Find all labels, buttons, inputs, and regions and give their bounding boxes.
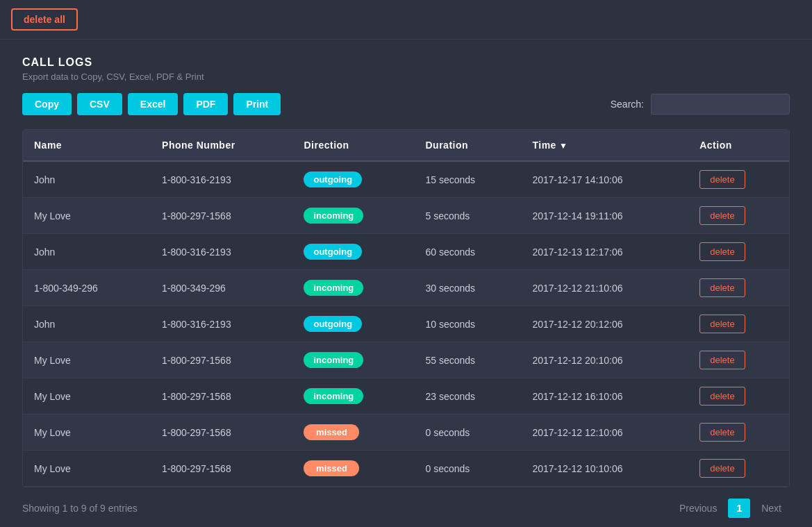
table-row: My Love1-800-297-1568incoming23 seconds2… [23, 378, 789, 415]
cell-direction: missed [292, 451, 414, 487]
cell-duration: 23 seconds [415, 378, 522, 415]
cell-action: delete [688, 378, 789, 415]
cell-name: John [23, 161, 151, 198]
toolbar: CopyCSVExcelPDFPrint Search: [22, 93, 790, 115]
cell-direction: incoming [292, 198, 414, 234]
cell-phone: 1-800-297-1568 [151, 378, 292, 415]
delete-row-button[interactable]: delete [699, 206, 745, 225]
cell-time: 2017-12-13 12:17:06 [521, 234, 688, 270]
cell-phone: 1-800-316-2193 [151, 306, 292, 342]
delete-row-button[interactable]: delete [699, 459, 745, 478]
previous-page-button[interactable]: Previous [671, 499, 725, 518]
pagination-controls: Previous 1 Next [671, 499, 790, 518]
cell-name: John [23, 234, 151, 270]
current-page-button[interactable]: 1 [728, 499, 750, 518]
cell-name: My Love [23, 342, 151, 378]
cell-time: 2017-12-12 21:10:06 [521, 270, 688, 306]
direction-badge-missed: missed [304, 460, 359, 476]
search-label: Search: [611, 99, 644, 110]
cell-action: delete [688, 415, 789, 451]
cell-duration: 30 seconds [415, 270, 522, 306]
delete-row-button[interactable]: delete [699, 351, 745, 369]
delete-row-button[interactable]: delete [699, 170, 745, 189]
table-header: NamePhone NumberDirectionDurationTime▼Ac… [23, 130, 789, 161]
cell-name: John [23, 306, 151, 342]
table-row: John1-800-316-2193outgoing15 seconds2017… [23, 161, 789, 198]
cell-duration: 55 seconds [415, 342, 522, 378]
next-page-button[interactable]: Next [753, 499, 790, 518]
cell-phone: 1-800-297-1568 [151, 342, 292, 378]
direction-badge-incoming: incoming [304, 388, 363, 404]
export-copy-button[interactable]: Copy [22, 93, 72, 115]
direction-badge-missed: missed [304, 424, 359, 440]
export-description: Export data to Copy, CSV, Excel, PDF & P… [22, 72, 790, 82]
cell-name: My Love [23, 198, 151, 234]
direction-badge-outgoing: outgoing [304, 172, 362, 187]
direction-badge-outgoing: outgoing [304, 316, 362, 332]
direction-badge-incoming: incoming [304, 352, 363, 368]
cell-action: delete [688, 306, 789, 342]
direction-badge-outgoing: outgoing [304, 244, 362, 260]
call-logs-table-wrapper: NamePhone NumberDirectionDurationTime▼Ac… [22, 129, 790, 487]
table-row: My Love1-800-297-1568incoming5 seconds20… [23, 198, 789, 234]
cell-time: 2017-12-12 20:12:06 [521, 306, 688, 342]
col-header-direction: Direction [292, 130, 414, 161]
delete-all-button[interactable]: delete all [11, 8, 78, 31]
cell-phone: 1-800-316-2193 [151, 161, 292, 198]
showing-text: Showing 1 to 9 of 9 entries [22, 503, 138, 514]
col-header-duration: Duration [415, 130, 522, 161]
cell-direction: missed [292, 415, 414, 451]
table-row: 1-800-349-2961-800-349-296incoming30 sec… [23, 270, 789, 306]
cell-action: delete [688, 451, 789, 487]
col-header-action: Action [688, 130, 789, 161]
delete-row-button[interactable]: delete [699, 315, 745, 333]
cell-direction: outgoing [292, 161, 414, 198]
sort-arrow-icon: ▼ [559, 141, 567, 151]
delete-row-button[interactable]: delete [699, 387, 745, 405]
export-csv-button[interactable]: CSV [77, 93, 122, 115]
col-header-name: Name [23, 130, 151, 161]
export-excel-button[interactable]: Excel [128, 93, 179, 115]
main-content: CALL LOGS Export data to Copy, CSV, Exce… [0, 40, 812, 527]
table-row: John1-800-316-2193outgoing10 seconds2017… [23, 306, 789, 342]
export-pdf-button[interactable]: PDF [183, 93, 228, 115]
delete-row-button[interactable]: delete [699, 242, 745, 261]
table-body: John1-800-316-2193outgoing15 seconds2017… [23, 161, 789, 487]
cell-name: 1-800-349-296 [23, 270, 151, 306]
cell-name: My Love [23, 451, 151, 487]
cell-name: My Love [23, 415, 151, 451]
cell-action: delete [688, 234, 789, 270]
call-logs-table: NamePhone NumberDirectionDurationTime▼Ac… [23, 130, 789, 487]
export-print-button[interactable]: Print [233, 93, 281, 115]
top-bar: delete all [0, 0, 812, 40]
search-input[interactable] [651, 94, 790, 115]
cell-phone: 1-800-349-296 [151, 270, 292, 306]
table-row: My Love1-800-297-1568missed0 seconds2017… [23, 415, 789, 451]
cell-direction: outgoing [292, 306, 414, 342]
cell-time: 2017-12-12 10:10:06 [521, 451, 688, 487]
pagination-bar: Showing 1 to 9 of 9 entries Previous 1 N… [22, 487, 790, 524]
cell-direction: incoming [292, 342, 414, 378]
cell-phone: 1-800-297-1568 [151, 415, 292, 451]
section-title: CALL LOGS [22, 56, 790, 69]
delete-row-button[interactable]: delete [699, 278, 745, 297]
cell-duration: 10 seconds [415, 306, 522, 342]
cell-direction: incoming [292, 270, 414, 306]
cell-duration: 15 seconds [415, 161, 522, 198]
cell-duration: 5 seconds [415, 198, 522, 234]
cell-direction: outgoing [292, 234, 414, 270]
cell-phone: 1-800-297-1568 [151, 198, 292, 234]
cell-time: 2017-12-17 14:10:06 [521, 161, 688, 198]
col-header-phone: Phone Number [151, 130, 292, 161]
cell-action: delete [688, 270, 789, 306]
direction-badge-incoming: incoming [304, 208, 363, 224]
cell-phone: 1-800-316-2193 [151, 234, 292, 270]
table-row: John1-800-316-2193outgoing60 seconds2017… [23, 234, 789, 270]
export-buttons-group: CopyCSVExcelPDFPrint [22, 93, 281, 115]
cell-action: delete [688, 342, 789, 378]
cell-name: My Love [23, 378, 151, 415]
table-row: My Love1-800-297-1568missed0 seconds2017… [23, 451, 789, 487]
delete-row-button[interactable]: delete [699, 423, 745, 442]
col-header-time[interactable]: Time▼ [521, 130, 688, 161]
cell-time: 2017-12-12 16:10:06 [521, 378, 688, 415]
